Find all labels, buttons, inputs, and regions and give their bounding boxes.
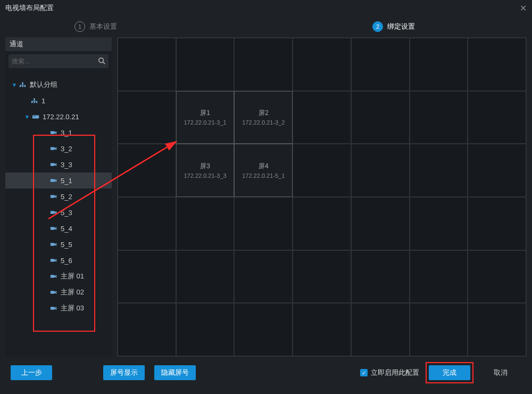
grid-cell[interactable]: 屏3172.22.0.21-3_3 (176, 144, 235, 197)
grid-cell[interactable] (351, 91, 410, 144)
grid-cell[interactable] (351, 250, 410, 303)
checkbox-icon: ✓ (360, 369, 368, 376)
chevron-down-icon: ▼ (43, 306, 48, 311)
svg-rect-8 (31, 101, 33, 103)
svg-line-1 (103, 62, 105, 64)
grid-cell[interactable] (293, 91, 351, 144)
grid-cell[interactable] (410, 91, 468, 144)
tree-item[interactable]: ▼5_6 (5, 252, 112, 268)
grid-cell[interactable] (234, 303, 293, 356)
tree-item-label: 5_5 (61, 241, 72, 249)
grid-cell[interactable] (410, 38, 468, 91)
tree-item[interactable]: ▼5_3 (5, 204, 112, 220)
step-binding[interactable]: 2 绑定设置 (372, 21, 415, 32)
grid-cell[interactable] (234, 250, 293, 303)
cancel-button[interactable]: 取消 (480, 365, 521, 380)
svg-rect-24 (51, 243, 55, 245)
step-label: 绑定设置 (387, 22, 415, 31)
group-icon (19, 81, 27, 88)
grid-cell[interactable] (293, 303, 351, 356)
svg-rect-23 (51, 227, 55, 229)
show-screen-number-button[interactable]: 屏号显示 (103, 365, 145, 380)
tree-item[interactable]: ▼172.22.0.21 (5, 109, 112, 125)
tree-item[interactable]: ▼3_1 (5, 125, 112, 141)
grid-cell[interactable] (468, 38, 526, 91)
grid-cell[interactable]: 屏1172.22.0.21-3_1 (176, 91, 235, 144)
grid-cell[interactable] (468, 250, 526, 303)
svg-rect-17 (51, 131, 55, 134)
grid-cell[interactable] (118, 197, 176, 250)
grid-cell[interactable] (351, 197, 410, 250)
search-input[interactable] (12, 58, 98, 65)
tree-item[interactable]: ▼5_2 (5, 188, 112, 204)
grid-cell[interactable] (118, 38, 176, 91)
svg-rect-10 (36, 101, 38, 103)
svg-rect-3 (22, 85, 23, 87)
grid-cell[interactable] (176, 250, 235, 303)
screen-binding: 172.22.0.21-5_1 (242, 173, 285, 179)
tree-item-label: 5_6 (61, 257, 72, 265)
tree-item[interactable]: ▼主屏 02 (5, 284, 112, 300)
svg-rect-20 (51, 179, 55, 182)
search-icon[interactable] (98, 57, 105, 66)
chevron-down-icon: ▼ (23, 98, 29, 104)
tree-item[interactable]: ▼5_5 (5, 236, 112, 252)
grid-cell[interactable] (176, 38, 235, 91)
tree-item-label: 3_3 (61, 161, 72, 169)
svg-rect-18 (51, 147, 55, 150)
grid-cell[interactable]: 屏2172.22.0.21-3_2 (234, 91, 293, 144)
grid-cell[interactable] (293, 250, 351, 303)
grid-cell[interactable] (410, 197, 468, 250)
grid-cell[interactable] (118, 250, 176, 303)
screen-binding: 172.22.0.21-3_1 (184, 119, 226, 126)
grid-cell[interactable] (118, 91, 176, 144)
step-basic[interactable]: 1 基本设置 (74, 21, 117, 32)
tree-item[interactable]: ▼3_2 (5, 141, 112, 157)
group-icon (31, 97, 38, 104)
grid-cell[interactable] (118, 144, 176, 197)
grid-cell[interactable] (293, 144, 351, 197)
grid-cell[interactable] (410, 144, 468, 197)
screen-name: 屏4 (259, 162, 269, 171)
tree-item[interactable]: ▼3_3 (5, 157, 112, 173)
svg-rect-15 (34, 116, 35, 117)
prev-button[interactable]: 上一步 (11, 365, 52, 380)
hide-screen-number-button[interactable]: 隐藏屏号 (154, 365, 196, 380)
layout-grid[interactable]: 屏1172.22.0.21-3_1屏2172.22.0.21-3_2屏3172.… (117, 37, 527, 357)
grid-cell[interactable] (468, 91, 526, 144)
svg-point-0 (99, 58, 104, 62)
grid-cell[interactable] (176, 303, 235, 356)
camera-icon (50, 305, 57, 311)
tree-item-label: 默认分组 (30, 80, 57, 89)
camera-icon (50, 241, 57, 248)
grid-cell[interactable] (410, 250, 468, 303)
apply-now-checkbox[interactable]: ✓ 立即启用此配置 (360, 368, 419, 377)
grid-cell[interactable] (351, 144, 410, 197)
close-icon[interactable]: ✕ (520, 3, 527, 13)
tree-item[interactable]: ▼5_4 (5, 220, 112, 236)
grid-cell[interactable] (410, 303, 468, 356)
chevron-down-icon: ▼ (43, 242, 48, 248)
grid-cell[interactable] (468, 144, 526, 197)
grid-cell[interactable] (176, 197, 235, 250)
grid-cell[interactable]: 屏4172.22.0.21-5_1 (234, 144, 293, 197)
tree-item[interactable]: ▼主屏 03 (5, 300, 112, 316)
grid-cell[interactable] (293, 197, 351, 250)
tree-item[interactable]: ▼1 (5, 93, 112, 109)
tree-item[interactable]: ▼默认分组 (5, 77, 112, 93)
grid-cell[interactable] (234, 38, 293, 91)
grid-cell[interactable] (351, 38, 410, 91)
camera-icon (50, 129, 57, 136)
chevron-down-icon: ▼ (12, 82, 17, 88)
finish-button[interactable]: 完成 (429, 365, 470, 380)
grid-cell[interactable] (234, 197, 293, 250)
chevron-down-icon: ▼ (43, 290, 48, 296)
tree-item[interactable]: ▼主屏 01 (5, 268, 112, 284)
grid-cell[interactable] (293, 38, 351, 91)
grid-cell[interactable] (351, 303, 410, 356)
grid-cell[interactable] (468, 197, 526, 250)
screen-name: 屏3 (200, 162, 210, 171)
grid-cell[interactable] (468, 303, 526, 356)
grid-cell[interactable] (118, 303, 176, 356)
tree-item[interactable]: ▼5_1 (5, 173, 112, 188)
